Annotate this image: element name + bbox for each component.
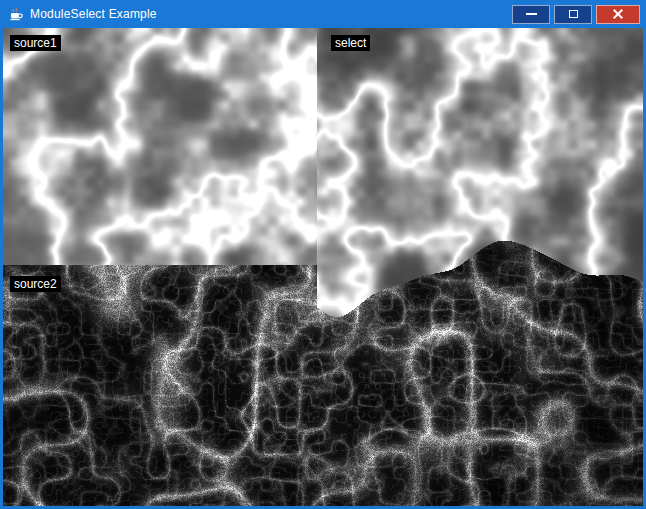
minimize-button[interactable] <box>512 5 550 24</box>
window-title: ModuleSelect Example <box>30 7 157 21</box>
close-button[interactable] <box>596 5 640 24</box>
label-source2: source2 <box>10 276 61 292</box>
minimize-icon <box>526 13 537 15</box>
label-select: select <box>331 35 370 51</box>
titlebar[interactable]: ModuleSelect Example <box>0 0 646 28</box>
render-area: source1 select source2 <box>3 28 643 506</box>
maximize-button[interactable] <box>554 5 592 24</box>
caption-buttons <box>512 5 646 24</box>
app-window: ModuleSelect Example source1 select sour… <box>0 0 646 509</box>
label-source1: source1 <box>10 35 61 51</box>
java-cup-icon <box>8 6 24 22</box>
noise-render-canvas <box>3 28 643 506</box>
close-icon <box>612 8 624 20</box>
maximize-icon <box>569 10 578 18</box>
